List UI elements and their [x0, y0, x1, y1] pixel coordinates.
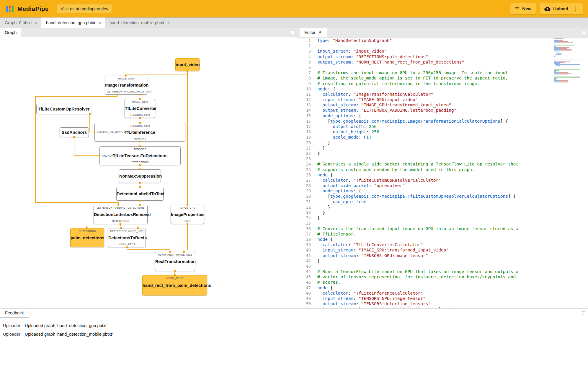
line-number: 3: [297, 48, 311, 54]
code-line: 49 input_stream: "TENSORS_GPU:image_tens…: [297, 296, 588, 301]
graph-node-ImageProperties[interactable]: IMAGE_GPUImagePropertiesSIZE: [171, 205, 204, 224]
line-number: 25: [297, 167, 311, 172]
upload-button[interactable]: Upload ⋮: [540, 3, 583, 14]
line-text: node_options: {: [317, 113, 361, 118]
popout-icon[interactable]: [291, 31, 294, 34]
graph-edge: [126, 71, 187, 76]
minimap-seg: [554, 50, 559, 51]
line-text: use_gpu: true: [317, 199, 366, 204]
code-editor[interactable]: 1type: "HandDetectionSubgraph"23input_st…: [297, 37, 588, 308]
line-text: }: [317, 258, 320, 264]
graph-canvas[interactable]: input_videoIMAGE_GPUImageTransformationL…: [0, 37, 297, 308]
node-label: ImageProperties: [171, 212, 204, 217]
graph-node-DetectionLabelIdToText[interactable]: DetectionLabelIdToText: [116, 187, 164, 201]
minimap-seg: [560, 49, 571, 50]
code-line: 17 output_width: 256: [297, 124, 588, 129]
graph-node-TfLiteTensorsToDetections[interactable]: TENSORSANCHORSTfLiteTensorsToDetectionsD…: [99, 146, 181, 165]
graph-node-SsdAnchors[interactable]: SsdAnchors: [60, 127, 89, 137]
graph-node-RectTransformation[interactable]: NORM_RECTIMAGE_SIZERectTransformation: [155, 252, 195, 271]
minimap-seg: [559, 41, 568, 42]
minimap-seg: [554, 61, 556, 61]
mediapipe-dev-link[interactable]: mediapipe.dev: [80, 7, 108, 11]
code-line: 15 node_options: {: [297, 113, 588, 118]
code-lines[interactable]: 1type: "HandDetectionSubgraph"23input_st…: [297, 38, 588, 308]
code-line: 38node {: [297, 237, 588, 242]
download-icon[interactable]: [318, 30, 322, 35]
graph-node-DetectionsToRects[interactable]: DETECTIONSIMAGE_SIZEDetectionsToRectsNOR…: [108, 228, 146, 247]
line-number: 40: [297, 247, 311, 253]
code-line: 33 }: [297, 210, 588, 215]
feedback-tab-label: Feedback: [5, 311, 24, 315]
minimap-seg: [561, 83, 571, 83]
graph-node-palm_detections[interactable]: DETECTIONSpalm_detections: [70, 228, 104, 247]
line-number: 36: [297, 226, 311, 231]
tab-feedback[interactable]: Feedback: [0, 308, 29, 318]
minimap-seg: [554, 81, 559, 82]
graph-node-NonMaxSuppression[interactable]: NonMaxSuppression: [119, 169, 161, 183]
line-number: 17: [297, 124, 311, 129]
output-port-labels: DETECTIONS: [94, 220, 147, 223]
line-number: 16: [297, 118, 311, 124]
tab-editor[interactable]: Editor: [300, 28, 327, 37]
file-tab[interactable]: Graph_0.pbtxt×: [0, 17, 41, 28]
code-line: 13 output_stream: "IMAGE_GPU:transformed…: [297, 102, 588, 108]
line-text: }: [317, 210, 325, 215]
code-line: 1type: "HandDetectionSubgraph": [297, 38, 588, 43]
graph-node-ImageTransformation[interactable]: IMAGE_GPUImageTransformationLETTERBOX_PA…: [105, 76, 147, 95]
line-number: 41: [297, 253, 311, 258]
graph-edge: [127, 247, 170, 252]
more-options-icon[interactable]: ⋮: [573, 5, 578, 12]
minimap-seg: [560, 50, 572, 51]
graph-node-input_video[interactable]: input_video: [175, 58, 200, 71]
code-line: 7# Transforms the input image on GPU to …: [297, 70, 588, 75]
file-tab-label: hand_detection_gpu.pbtxt: [46, 20, 95, 25]
line-number: 13: [297, 102, 311, 108]
code-line: 19 scale_mode: FIT: [297, 134, 588, 140]
minimap-seg: [555, 66, 556, 66]
graph-node-TfLiteConverter[interactable]: IMAGE_GPUTfLiteConverterTENSORS_GPU: [125, 99, 155, 118]
line-number: 5: [297, 59, 311, 65]
minimap-seg: [558, 40, 563, 41]
code-line: 3input_stream: "input_video": [297, 48, 588, 54]
graph-node-hand_rect_from_palm_detections[interactable]: NORM_RECThand_rect_from_palm_detections: [142, 275, 207, 295]
node-label: RectTransformation: [155, 259, 195, 264]
new-button[interactable]: New: [510, 3, 536, 14]
minimap-seg: [554, 83, 561, 83]
file-tab-strip: Graph_0.pbtxt×hand_detection_gpu.pbtxt×h…: [0, 17, 588, 28]
line-number: 22: [297, 151, 311, 156]
popout-icon[interactable]: [582, 311, 585, 314]
graph-node-TfLiteCustomOpResolver[interactable]: TfLiteCustomOpResolver: [36, 104, 91, 114]
code-line: 6: [297, 65, 588, 70]
minimap-seg: [554, 67, 555, 67]
popout-icon[interactable]: [582, 31, 585, 34]
line-number: 15: [297, 113, 311, 118]
graph-edge: [184, 224, 187, 252]
input-port-labels: DETECTIONS: [71, 230, 104, 233]
line-text: # scores.: [317, 280, 341, 285]
minimap[interactable]: [554, 38, 584, 84]
code-line: 35: [297, 220, 588, 226]
file-tab[interactable]: hand_detection_gpu.pbtxt×: [41, 17, 105, 28]
close-tab-icon[interactable]: ×: [167, 20, 170, 25]
minimap-seg: [558, 47, 569, 48]
node-label: TfLiteTensorsToDetections: [100, 153, 180, 158]
graph-node-DetectionLetterboxRemoval[interactable]: LETTERBOX_PADDINGDETECTIONSDetectionLett…: [94, 205, 148, 224]
code-line: 30 [type.googleapis.com/mediapipe.TfLite…: [297, 194, 588, 199]
line-number: 8: [297, 75, 311, 81]
code-line: 43: [297, 264, 588, 269]
minimap-seg: [560, 74, 569, 74]
feedback-row: UploaderUploaded graph 'hand_detection_m…: [3, 330, 588, 338]
code-line: 5output_stream: "NORM_RECT:hand_rect_fro…: [297, 59, 588, 65]
line-text: [type.googleapis.com/mediapipe.ImageTran…: [317, 118, 508, 124]
close-tab-icon[interactable]: ×: [35, 20, 38, 25]
line-number: 44: [297, 269, 311, 274]
graph-node-TfLiteInference[interactable]: TENSORS_GPUCUSTOM_OP_RESOLVERTfLiteInfer…: [94, 123, 185, 142]
close-tab-icon[interactable]: ×: [98, 20, 101, 25]
minimap-seg: [554, 46, 575, 46]
node-label: TfLiteCustomOpResolver: [37, 107, 91, 111]
line-text: # supports custom ops needed by the mode…: [317, 167, 475, 172]
tab-graph[interactable]: Graph: [0, 28, 21, 37]
file-tab[interactable]: hand_detection_mobile.pbtxt×: [105, 17, 174, 28]
top-bar: MediaPipe Visit us at mediapipe.dev New …: [0, 0, 588, 17]
editor-panel-header: Editor: [297, 28, 588, 37]
